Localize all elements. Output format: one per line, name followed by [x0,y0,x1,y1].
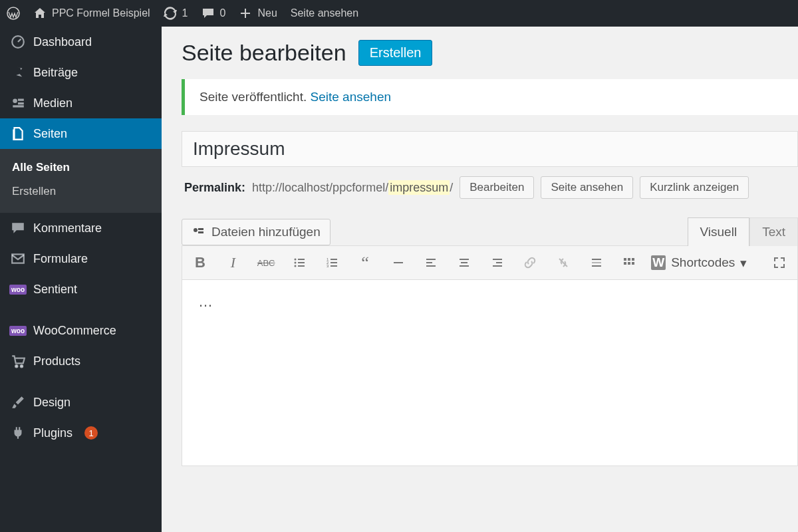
view-page-button[interactable]: Seite ansehen [541,176,633,199]
svg-rect-35 [624,262,626,265]
shortcodes-label: Shortcodes [671,255,735,270]
svg-rect-21 [426,262,432,263]
svg-rect-16 [331,262,337,263]
svg-rect-27 [496,262,502,263]
link-button[interactable] [519,251,542,274]
blockquote-button[interactable]: “ [354,251,376,274]
menu-label: Medien [33,96,72,110]
unlink-button[interactable] [552,251,575,274]
menu-label: Products [33,354,80,368]
updates-count: 1 [182,7,188,19]
menu-design[interactable]: Design [0,387,162,418]
numbered-list-button[interactable]: 123 [321,251,344,274]
svg-rect-19 [394,262,403,263]
menu-products[interactable]: Products [0,346,162,376]
menu-forms[interactable]: Formulare [0,243,162,274]
tab-visual[interactable]: Visuell [688,217,750,246]
submenu-new-page[interactable]: Erstellen [0,180,162,203]
toolbar-toggle-button[interactable] [618,251,641,274]
svg-rect-34 [632,258,634,261]
shortcodes-icon: W [651,255,666,270]
update-icon [164,7,177,20]
permalink-slug: impressum [388,180,450,195]
strikethrough-button[interactable]: ABC [255,251,277,274]
new-content-link[interactable]: Neu [239,7,277,20]
svg-rect-26 [493,259,502,260]
align-right-button[interactable] [486,251,509,274]
menu-label: Sentient [33,283,77,297]
svg-point-11 [294,265,296,267]
menu-label: Formulare [33,252,88,266]
menu-dashboard[interactable]: Dashboard [0,27,162,57]
site-name: PPC Formel Beispiel [52,7,150,19]
svg-rect-18 [331,265,337,267]
svg-point-2 [13,98,17,103]
editor-content[interactable]: … [182,280,798,466]
media-icon [11,96,25,110]
page-title: Seite bearbeiten [182,40,346,66]
menu-sentient[interactable]: woo Sentient [0,274,162,305]
wordpress-icon [7,7,20,20]
home-icon [33,7,47,20]
menu-posts[interactable]: Beiträge [0,57,162,88]
submenu-all-pages[interactable]: Alle Seiten [0,156,162,180]
comments-link[interactable]: 0 [201,7,226,20]
woocommerce-icon: woo [11,323,25,338]
svg-rect-10 [298,262,305,263]
bold-button[interactable]: B [189,251,211,274]
fullscreen-button[interactable] [768,251,791,274]
view-site-label: Seite ansehen [291,7,358,19]
editor-toolbar: B I ABC 123 “ W Shortcodes ▾ [182,245,798,280]
more-button[interactable] [585,251,608,274]
comments-count: 0 [220,7,226,19]
align-center-button[interactable] [453,251,475,274]
hr-button[interactable] [387,251,410,274]
permalink-label: Permalink: [184,181,245,195]
menu-pages[interactable]: Seiten [0,118,162,149]
bullet-list-button[interactable] [288,251,311,274]
notice-view-link[interactable]: Seite ansehen [311,90,392,104]
brush-icon [11,395,25,410]
menu-label: Plugins [33,426,72,440]
menu-plugins[interactable]: Plugins 1 [0,418,162,448]
main-content: Seite bearbeiten Erstellen Seite veröffe… [162,27,798,532]
menu-label: Beiträge [33,66,78,80]
svg-point-6 [194,228,198,232]
svg-rect-8 [298,259,305,260]
svg-rect-23 [460,259,469,260]
menu-label: Dashboard [33,35,92,49]
svg-rect-22 [426,265,436,267]
edit-permalink-button[interactable]: Bearbeiten [460,176,534,199]
svg-rect-20 [426,259,436,260]
menu-comments[interactable]: Kommentare [0,213,162,243]
svg-rect-14 [331,259,337,260]
submenu-pages: Alle Seiten Erstellen [0,149,162,213]
cart-icon [11,354,25,368]
menu-woocommerce[interactable]: woo WooCommerce [0,315,162,346]
add-media-button[interactable]: Dateien hinzufügen [182,219,331,245]
svg-point-5 [21,365,23,367]
plug-icon [11,426,25,440]
svg-rect-31 [592,265,601,267]
plugins-badge: 1 [84,426,98,440]
updates-link[interactable]: 1 [164,7,188,20]
svg-rect-33 [628,258,630,261]
menu-label: Kommentare [33,221,102,235]
create-button[interactable]: Erstellen [358,40,433,66]
menu-label: Design [33,396,70,410]
shortcodes-dropdown[interactable]: W Shortcodes ▾ [651,255,747,271]
view-site-link[interactable]: Seite ansehen [291,7,358,19]
svg-rect-28 [493,265,502,267]
menu-media[interactable]: Medien [0,88,162,118]
pin-icon [11,65,25,80]
tab-text[interactable]: Text [749,217,798,246]
svg-rect-12 [298,265,305,267]
site-name-link[interactable]: PPC Formel Beispiel [33,7,150,20]
italic-button[interactable]: I [222,251,245,274]
admin-sidebar: Dashboard Beiträge Medien Seiten Alle Se… [0,27,162,532]
wp-logo[interactable] [7,7,20,20]
align-left-button[interactable] [420,251,443,274]
svg-rect-37 [632,262,634,265]
shortlink-button[interactable]: Kurzlink anzeigen [640,176,749,199]
title-input[interactable] [182,131,798,167]
